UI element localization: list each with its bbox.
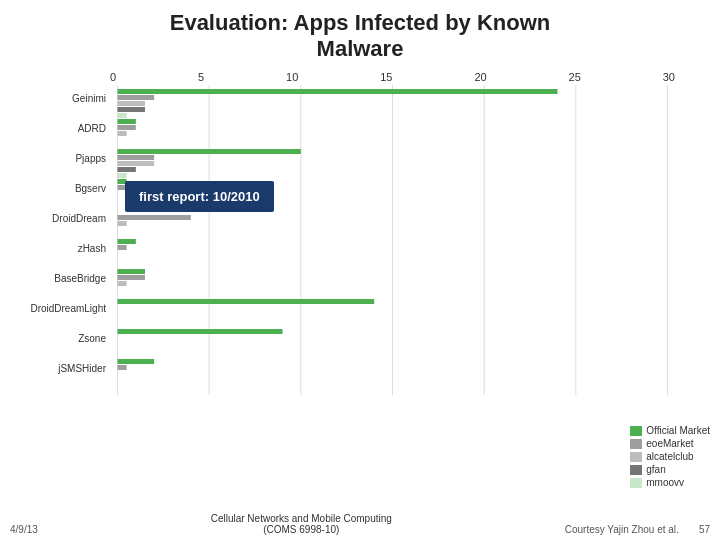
svg-rect-9 bbox=[118, 101, 146, 106]
legend-color bbox=[630, 478, 642, 488]
row-label: jSMSHider bbox=[20, 363, 110, 374]
svg-rect-27 bbox=[118, 275, 146, 280]
tooltip: first report: 10/2010 bbox=[125, 181, 274, 212]
x-label: 20 bbox=[474, 71, 486, 83]
chart-area: 051015202530 GeinimiADRDPjappsBgservDroi… bbox=[15, 71, 705, 395]
svg-rect-19 bbox=[118, 173, 127, 178]
svg-rect-23 bbox=[118, 221, 127, 226]
page-title: Evaluation: Apps Infected by Known Malwa… bbox=[15, 10, 705, 63]
row-label: DroidDream bbox=[20, 213, 110, 224]
legend-label: gfan bbox=[646, 464, 665, 475]
svg-rect-7 bbox=[118, 89, 558, 94]
svg-rect-14 bbox=[118, 131, 127, 136]
svg-rect-28 bbox=[118, 281, 127, 286]
legend-color bbox=[630, 439, 642, 449]
legend-label: Official Market bbox=[646, 425, 710, 436]
chart-rows-wrapper: GeinimiADRDPjappsBgservDroidDreamzHashBa… bbox=[110, 85, 675, 395]
legend-item: eoeMarket bbox=[630, 438, 710, 449]
svg-rect-11 bbox=[118, 113, 127, 118]
x-axis: 051015202530 bbox=[110, 71, 675, 83]
row-label: ADRD bbox=[20, 123, 110, 134]
page: Evaluation: Apps Infected by Known Malwa… bbox=[0, 0, 720, 540]
svg-rect-13 bbox=[118, 125, 136, 130]
legend-color bbox=[630, 426, 642, 436]
row-label: Bgserv bbox=[20, 183, 110, 194]
svg-rect-26 bbox=[118, 269, 146, 274]
svg-rect-22 bbox=[118, 215, 191, 220]
svg-rect-18 bbox=[118, 167, 136, 172]
svg-rect-25 bbox=[118, 245, 127, 250]
row-label: DroidDreamLight bbox=[20, 303, 110, 314]
row-label: Zsone bbox=[20, 333, 110, 344]
row-label: Geinimi bbox=[20, 93, 110, 104]
x-label: 5 bbox=[198, 71, 204, 83]
svg-rect-17 bbox=[118, 161, 155, 166]
legend-label: mmoovv bbox=[646, 477, 684, 488]
svg-rect-24 bbox=[118, 239, 136, 244]
row-label: Pjapps bbox=[20, 153, 110, 164]
legend-item: gfan bbox=[630, 464, 710, 475]
svg-rect-12 bbox=[118, 119, 136, 124]
chart-svg bbox=[110, 85, 675, 395]
legend: Official MarketeoeMarketalcatelclubgfanm… bbox=[630, 425, 710, 490]
row-label: zHash bbox=[20, 243, 110, 254]
svg-rect-30 bbox=[118, 329, 283, 334]
x-label: 25 bbox=[569, 71, 581, 83]
legend-item: Official Market bbox=[630, 425, 710, 436]
legend-label: alcatelclub bbox=[646, 451, 693, 462]
x-label: 10 bbox=[286, 71, 298, 83]
legend-color bbox=[630, 465, 642, 475]
svg-rect-10 bbox=[118, 107, 146, 112]
footer: 4/9/13 Cellular Networks and Mobile Comp… bbox=[0, 513, 720, 535]
legend-item: mmoovv bbox=[630, 477, 710, 488]
x-label: 15 bbox=[380, 71, 392, 83]
footer-date: 4/9/13 bbox=[10, 524, 38, 535]
svg-rect-8 bbox=[118, 95, 155, 100]
x-label: 30 bbox=[663, 71, 675, 83]
footer-courtesy: Courtesy Yajin Zhou et al. bbox=[565, 524, 679, 535]
footer-page: 57 bbox=[699, 524, 710, 535]
row-label: BaseBridge bbox=[20, 273, 110, 284]
svg-rect-16 bbox=[118, 155, 155, 160]
legend-item: alcatelclub bbox=[630, 451, 710, 462]
svg-rect-31 bbox=[118, 359, 155, 364]
legend-color bbox=[630, 452, 642, 462]
svg-rect-15 bbox=[118, 149, 301, 154]
svg-rect-29 bbox=[118, 299, 375, 304]
svg-rect-32 bbox=[118, 365, 127, 370]
x-label: 0 bbox=[110, 71, 116, 83]
legend-label: eoeMarket bbox=[646, 438, 693, 449]
footer-center: Cellular Networks and Mobile Computing (… bbox=[211, 513, 392, 535]
